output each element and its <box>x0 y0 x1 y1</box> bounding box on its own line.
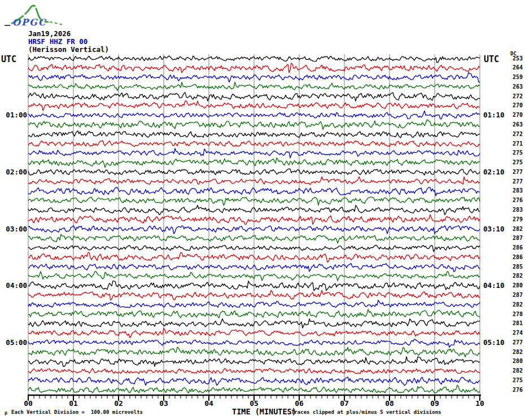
dc-value: 283 <box>507 207 523 213</box>
right-hour-label: 01:10 <box>483 111 505 120</box>
dc-value: 272 <box>507 93 523 100</box>
dc-value: 282 <box>507 226 523 233</box>
x-axis-tick-label: 02 <box>111 399 126 408</box>
dc-value: 276 <box>507 387 523 393</box>
dc-value: 286 <box>507 254 523 261</box>
x-axis-tick-label: 01 <box>66 399 81 408</box>
right-hour-label: 03:10 <box>483 225 505 234</box>
x-axis-tick-label: 10 <box>473 399 487 408</box>
dc-value: 276 <box>507 197 523 204</box>
helicorder-page: OPGC Jan19,2026 HRSF HHZ FR 00 (Herisson… <box>0 0 525 420</box>
dc-value: 272 <box>507 131 523 138</box>
x-axis-tick-label: 00 <box>21 399 36 408</box>
dc-value: 277 <box>507 339 523 346</box>
x-axis-tick-label: 08 <box>382 399 397 408</box>
dc-value: 282 <box>507 273 523 279</box>
dc-value: 285 <box>507 264 523 270</box>
dc-value: 287 <box>507 292 523 299</box>
dc-value: 277 <box>507 169 523 176</box>
dc-value: 278 <box>507 311 523 318</box>
dc-value: 275 <box>507 150 523 156</box>
right-hour-label: 04:10 <box>483 281 505 290</box>
left-hour-label: 03:00 <box>1 225 27 234</box>
right-hour-label: 05:10 <box>483 338 505 347</box>
right-hour-label: 02:10 <box>483 168 505 177</box>
x-axis-tick-label: 09 <box>427 399 442 408</box>
left-hour-label: 01:00 <box>1 111 27 120</box>
dc-value: 283 <box>507 187 523 194</box>
dc-value: 277 <box>507 178 523 185</box>
x-axis-tick-label: 03 <box>156 399 171 408</box>
dc-value: 270 <box>507 112 523 119</box>
left-hour-label: 02:00 <box>1 168 27 177</box>
x-axis-tick-label: 06 <box>292 399 307 408</box>
dc-value: 274 <box>507 330 523 336</box>
dc-value: 282 <box>507 349 523 356</box>
dc-value: 275 <box>507 377 523 384</box>
x-axis-tick-label: 05 <box>247 399 261 408</box>
dc-value: 281 <box>507 320 523 327</box>
x-axis-tick-label: 04 <box>202 399 216 408</box>
left-hour-label: 04:00 <box>1 281 27 290</box>
dc-value: 280 <box>507 358 523 365</box>
x-axis-tick-label: 07 <box>337 399 352 408</box>
dc-value: 271 <box>507 141 523 147</box>
dc-value: 280 <box>507 282 523 289</box>
dc-value: 275 <box>507 159 523 166</box>
dc-value: 263 <box>507 121 523 128</box>
dc-value: 253 <box>507 55 523 62</box>
x-axis-title: TIME (MINUTES) <box>232 407 296 416</box>
dc-value: 264 <box>507 64 523 71</box>
dc-value: 282 <box>507 368 523 374</box>
dc-value: 263 <box>507 84 523 90</box>
dc-value: 287 <box>507 235 523 242</box>
footer-scale-note: Each Vertical Division = 100.00 microvol… <box>11 409 143 415</box>
seismogram-plot <box>0 0 525 420</box>
dc-value: 270 <box>507 102 523 109</box>
dc-value: 282 <box>507 301 523 308</box>
dc-value: 259 <box>507 74 523 81</box>
dc-value: 279 <box>507 216 523 223</box>
micro-symbol: µ <box>5 410 7 415</box>
footer-clip-note: Traces clipped at plus/minus 5 vertical … <box>291 409 441 415</box>
left-hour-label: 05:00 <box>1 338 27 347</box>
dc-value: 286 <box>507 244 523 251</box>
